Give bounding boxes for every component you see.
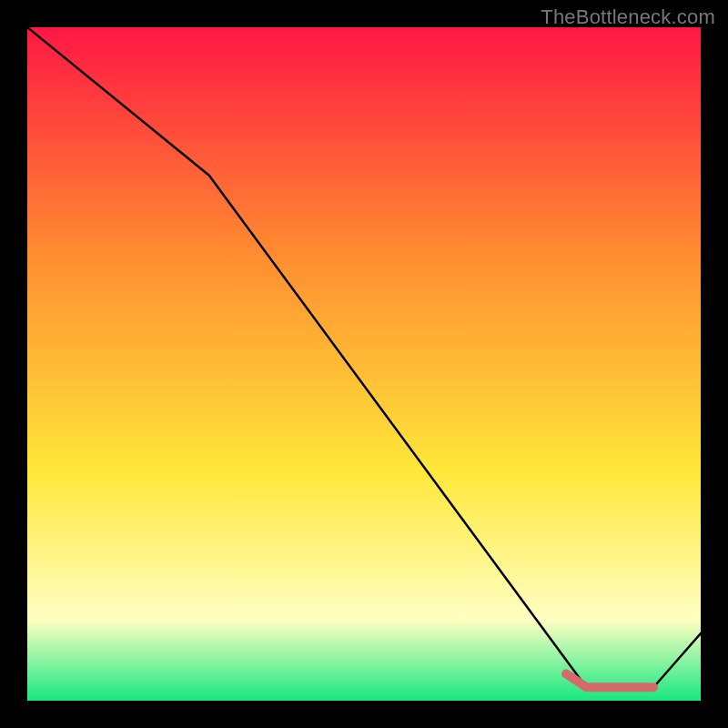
watermark-text: TheBottleneck.com [541,5,715,29]
gradient-background [27,27,701,701]
chart-svg [27,27,701,701]
plot-area [27,27,701,701]
chart-frame: TheBottleneck.com [0,0,728,728]
